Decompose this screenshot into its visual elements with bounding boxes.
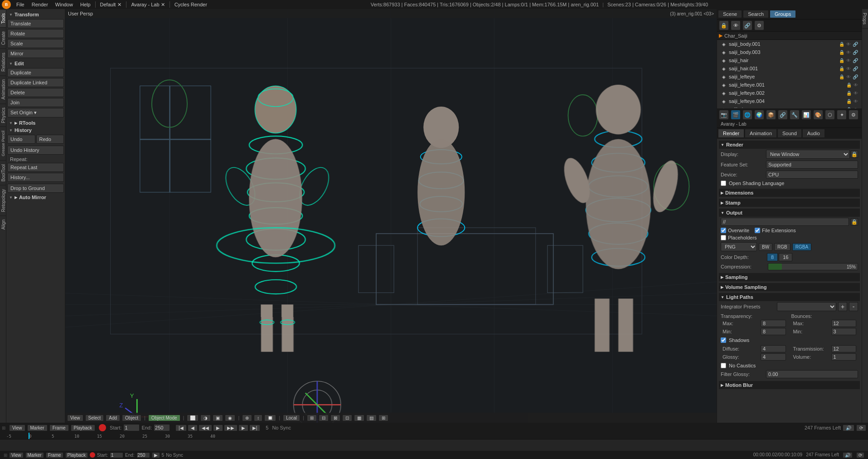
tab-search[interactable]: Search bbox=[743, 10, 769, 18]
undo-btn[interactable]: Undo bbox=[7, 135, 35, 144]
solid-btn[interactable]: ◑ bbox=[200, 415, 211, 421]
grid-btn1[interactable]: ⊞ bbox=[307, 415, 317, 421]
status-playback-btn[interactable]: Playback bbox=[65, 452, 88, 458]
tab-create[interactable]: Create bbox=[0, 27, 6, 49]
bounce-max-val[interactable]: 12 bbox=[831, 320, 857, 327]
grid-btn2[interactable]: ⊟ bbox=[319, 415, 329, 421]
format-rgb-btn[interactable]: RGB bbox=[774, 243, 790, 251]
redo-btn[interactable]: Redo bbox=[36, 135, 64, 144]
tab-retopology[interactable]: Retopology bbox=[0, 185, 6, 216]
volume-val[interactable]: 1 bbox=[831, 353, 857, 361]
outliner-item-5[interactable]: ◈ saiji_lefteye.001 🔒 👁 bbox=[717, 81, 862, 89]
edit-section-header[interactable]: Edit bbox=[7, 60, 64, 67]
feature-set-display[interactable]: Supported bbox=[766, 161, 858, 169]
integrator-remove-btn[interactable]: - bbox=[849, 302, 858, 311]
right-tab-1[interactable]: Props bbox=[862, 9, 868, 29]
light-paths-header[interactable]: ▼ Light Paths bbox=[719, 293, 860, 301]
rotate-btn[interactable]: Rotate bbox=[7, 29, 64, 38]
menu-help[interactable]: Help bbox=[77, 0, 94, 9]
compression-bar[interactable]: 15% bbox=[768, 263, 858, 270]
set-origin-btn[interactable]: Set Origin ▾ bbox=[7, 108, 64, 117]
grid-btn7[interactable]: ⊞ bbox=[378, 415, 388, 421]
outliner-item-6[interactable]: ◈ saiji_lefteye.002 🔒 👁 bbox=[717, 89, 862, 97]
depth-16-btn[interactable]: 16 bbox=[779, 253, 792, 261]
display-select[interactable]: New Window bbox=[766, 150, 850, 159]
props-icon-texture[interactable]: ⬡ bbox=[825, 110, 835, 120]
grid-btn4[interactable]: ⊡ bbox=[342, 415, 352, 421]
stamp-header[interactable]: ▶ Stamp bbox=[719, 199, 860, 207]
object-mode-btn[interactable]: Object Mode bbox=[148, 415, 180, 421]
dimensions-header[interactable]: ▶ Dimensions bbox=[719, 189, 860, 197]
sampling-header[interactable]: ▶ Sampling bbox=[719, 273, 860, 281]
status-sync-btn[interactable]: ⟳ bbox=[856, 452, 864, 458]
duplicate-btn[interactable]: Duplicate bbox=[7, 68, 64, 77]
placeholders-checkbox[interactable] bbox=[721, 235, 726, 240]
props-icon-object[interactable]: 📦 bbox=[766, 110, 776, 120]
tab-align[interactable]: Align bbox=[0, 215, 6, 233]
trans-max-val[interactable]: 8 bbox=[761, 320, 786, 327]
jump-end-btn[interactable]: ▶| bbox=[249, 425, 261, 431]
volume-sampling-header[interactable]: ▶ Volume Sampling bbox=[719, 283, 860, 291]
transmission-val[interactable]: 12 bbox=[831, 345, 857, 352]
texture-btn[interactable]: ▣ bbox=[213, 415, 223, 421]
bounce-min-val[interactable]: 3 bbox=[831, 328, 857, 335]
add-menu-btn[interactable]: Add bbox=[106, 415, 120, 421]
audio-btn[interactable]: 🔊 bbox=[843, 425, 854, 431]
props-icon-world[interactable]: 🌍 bbox=[754, 110, 764, 120]
rendered-btn[interactable]: ◉ bbox=[225, 415, 235, 421]
pivot-btn[interactable]: ⊕ bbox=[242, 415, 252, 421]
status-frame-btn[interactable]: Frame bbox=[46, 452, 63, 458]
trans-min-val[interactable]: 8 bbox=[761, 328, 786, 335]
wireframe-btn[interactable]: ⬜ bbox=[187, 415, 199, 421]
display-lock-btn[interactable]: 🔒 bbox=[851, 151, 858, 158]
char-group[interactable]: ▶ Char_Saiji bbox=[717, 32, 862, 40]
props-icon-physics[interactable]: ⚙ bbox=[849, 110, 858, 120]
local-space-btn[interactable]: Local bbox=[283, 415, 300, 421]
render-tab-sound[interactable]: Sound bbox=[777, 129, 802, 138]
transform-section-header[interactable]: Transform bbox=[7, 11, 64, 18]
timeline-playback-btn[interactable]: Playback bbox=[71, 425, 96, 431]
tab-groups[interactable]: Groups bbox=[770, 10, 796, 18]
next-frame-btn[interactable]: ▶ bbox=[238, 425, 248, 431]
outliner-item-8[interactable]: ◈ saiji_rig 🔒 👁 bbox=[717, 105, 862, 109]
snap-btn[interactable]: 🔲 bbox=[264, 415, 276, 421]
mirror-btn[interactable]: Mirror bbox=[7, 49, 64, 58]
render-tab-render[interactable]: Render bbox=[718, 129, 744, 138]
status-view-btn[interactable]: View bbox=[9, 452, 24, 458]
grid-btn6[interactable]: ▤ bbox=[366, 415, 377, 421]
open-shading-checkbox[interactable] bbox=[721, 181, 726, 186]
motion-blur-header[interactable]: ▶ Motion Blur bbox=[719, 381, 860, 389]
props-icon-modifiers[interactable]: 🔧 bbox=[790, 110, 800, 120]
engine-selector[interactable]: Cycles Render bbox=[171, 0, 211, 9]
render-section-header[interactable]: ▼ Render bbox=[719, 141, 860, 149]
auto-mirror-header[interactable]: ▶Auto Mirror bbox=[7, 194, 64, 201]
status-record-btn[interactable] bbox=[90, 452, 95, 458]
device-display[interactable]: CPU bbox=[766, 171, 858, 179]
props-icon-camera[interactable]: 📷 bbox=[719, 110, 729, 120]
overwrite-checkbox[interactable] bbox=[721, 228, 726, 233]
status-start-input[interactable] bbox=[110, 452, 123, 458]
filter-glossy-val[interactable]: 0.00 bbox=[766, 370, 858, 378]
manipulator-btn[interactable]: ↕ bbox=[254, 415, 262, 421]
end-frame-input[interactable] bbox=[154, 424, 170, 431]
grid-btn5[interactable]: ▦ bbox=[354, 415, 364, 421]
prev-frame-btn[interactable]: ◀ bbox=[188, 425, 198, 431]
props-icon-constraints[interactable]: 🔗 bbox=[778, 110, 788, 120]
sync-mode-btn[interactable]: ⟳ bbox=[856, 425, 866, 431]
outliner-item-3[interactable]: ◈ saiji_hair.001 🔒 👁 🔗 bbox=[717, 64, 862, 73]
props-icon-particles[interactable]: ✦ bbox=[837, 110, 847, 120]
tab-animation[interactable]: Animation bbox=[0, 75, 6, 103]
drop-to-ground-btn[interactable]: Drop to Ground bbox=[7, 184, 64, 193]
outliner-item-1[interactable]: ◈ saiji_body.003 🔒 👁 🔗 bbox=[717, 48, 862, 56]
output-section-header[interactable]: ▼ Output bbox=[719, 209, 860, 217]
format-bw-btn[interactable]: BW bbox=[759, 243, 772, 251]
render-tab-animation[interactable]: Animation bbox=[745, 129, 777, 138]
shadows-checkbox[interactable] bbox=[721, 337, 726, 343]
status-audio-btn[interactable]: 🔊 bbox=[843, 452, 853, 458]
tab-booltool[interactable]: BoolTool bbox=[0, 160, 6, 185]
depth-8-btn[interactable]: 8 bbox=[767, 253, 778, 261]
outliner-icon-4[interactable]: ⚙ bbox=[754, 20, 764, 30]
menu-file[interactable]: File bbox=[13, 0, 28, 9]
history-section-header[interactable]: History bbox=[7, 127, 64, 134]
format-select[interactable]: PNG bbox=[721, 242, 757, 251]
